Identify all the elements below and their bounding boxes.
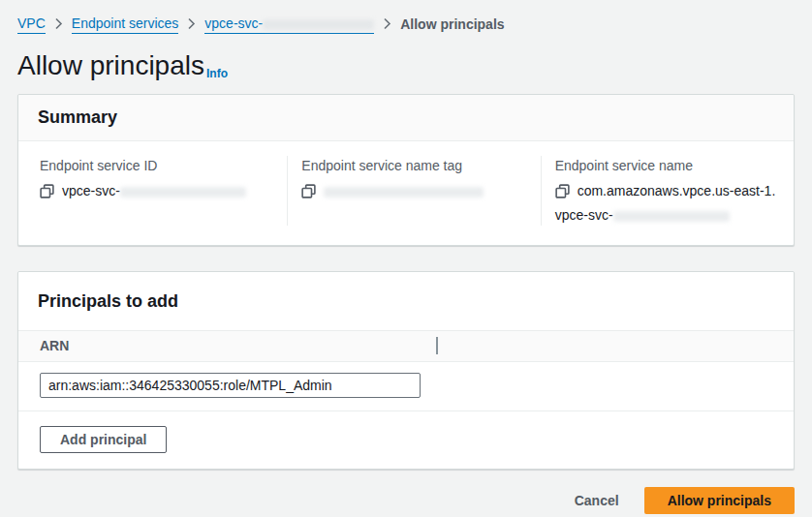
copy-icon[interactable] (40, 183, 54, 204)
field-value: com.amazonaws.vpce.us-east-1.vpce-svc- (555, 180, 778, 226)
principals-to-add-card: Principals to add ARN Add principal (17, 271, 795, 470)
breadcrumb-current: Allow principals (400, 15, 504, 34)
redacted-text (120, 187, 246, 198)
field-label: Endpoint service name tag (301, 156, 524, 175)
breadcrumb-chevron-icon (383, 17, 391, 30)
summary-card: Summary Endpoint service ID vpce-svc- En… (17, 94, 795, 246)
summary-field-endpoint-service-id: Endpoint service ID vpce-svc- (18, 156, 287, 226)
title-row: Allow principals Info (17, 50, 795, 81)
redacted-text (324, 187, 484, 198)
field-value-prefix: vpce-svc- (62, 183, 120, 198)
copy-icon[interactable] (555, 183, 570, 204)
info-link[interactable]: Info (206, 67, 228, 80)
footer-actions: Cancel Allow principals (17, 487, 795, 514)
add-principal-button[interactable]: Add principal (40, 426, 167, 453)
summary-card-title: Summary (18, 95, 794, 141)
table-header-row: ARN (18, 330, 794, 362)
arn-column-header: ARN (40, 338, 69, 353)
redacted-text (263, 19, 374, 30)
breadcrumb-chevron-icon (187, 17, 196, 30)
arn-input[interactable] (40, 373, 421, 398)
page-title: Allow principals (17, 50, 204, 81)
column-resize-handle[interactable] (436, 337, 438, 354)
principals-card-title: Principals to add (18, 272, 794, 330)
breadcrumb-link-endpoint-services[interactable]: Endpoint services (72, 14, 179, 34)
cancel-button[interactable]: Cancel (575, 488, 619, 513)
breadcrumb: VPC Endpoint services vpce-svc- Allow pr… (17, 14, 795, 34)
summary-field-endpoint-service-name: Endpoint service name com.amazonaws.vpce… (541, 156, 794, 226)
summary-field-endpoint-service-name-tag: Endpoint service name tag (287, 156, 540, 226)
breadcrumb-link-service-id[interactable]: vpce-svc- (204, 14, 374, 34)
summary-columns: Endpoint service ID vpce-svc- Endpoint s… (18, 141, 794, 245)
copy-icon[interactable] (301, 183, 316, 204)
field-label: Endpoint service name (555, 156, 778, 175)
allow-principals-button[interactable]: Allow principals (644, 487, 795, 514)
field-value: vpce-svc- (40, 180, 271, 204)
service-id-prefix: vpce-svc- (204, 15, 263, 31)
field-value (301, 180, 524, 204)
redacted-text (613, 211, 730, 222)
principal-row (18, 362, 794, 411)
allow-principals-page: VPC Endpoint services vpce-svc- Allow pr… (0, 0, 812, 514)
breadcrumb-chevron-icon (54, 17, 63, 30)
breadcrumb-link-vpc[interactable]: VPC (17, 14, 46, 34)
table-footer: Add principal (18, 411, 794, 469)
field-label: Endpoint service ID (40, 156, 271, 175)
